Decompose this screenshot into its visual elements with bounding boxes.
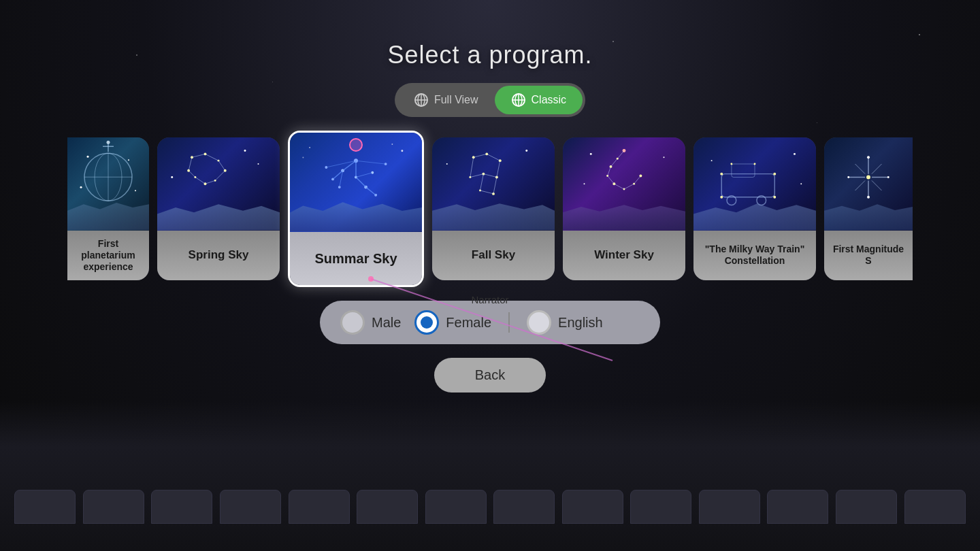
classic-view-button[interactable]: Classic [495, 86, 583, 114]
svg-line-28 [206, 154, 219, 161]
svg-point-79 [446, 163, 448, 165]
svg-point-36 [258, 163, 259, 165]
svg-line-52 [356, 173, 372, 178]
svg-line-117 [872, 180, 882, 190]
full-view-button[interactable]: Full View [397, 86, 495, 114]
narrator-male-label: Male [372, 315, 401, 331]
svg-point-106 [730, 163, 732, 165]
theater-seats-bg [0, 401, 980, 551]
card-spring-sky[interactable]: Spring Sky [157, 137, 280, 280]
svg-point-122 [867, 196, 870, 199]
svg-line-93 [624, 184, 634, 189]
view-toggle: Full View Classic [395, 83, 585, 117]
svg-line-70 [487, 154, 500, 161]
svg-line-34 [189, 157, 192, 171]
svg-point-59 [391, 144, 393, 145]
classic-globe-icon [511, 93, 526, 107]
svg-point-120 [867, 156, 870, 158]
classic-label: Classic [532, 94, 567, 106]
svg-line-27 [192, 154, 206, 157]
narrator-language-option[interactable]: English [527, 310, 603, 335]
svg-line-29 [218, 161, 225, 171]
svg-point-18 [135, 190, 136, 191]
svg-point-123 [847, 176, 849, 178]
narrator-panel: Narrator Male Female English [320, 301, 660, 344]
card-label-milky-way: "The Milky Way Train" Constellation [699, 244, 811, 267]
card-label-fall-sky: Fall Sky [472, 248, 515, 262]
program-cards-row: First planetarium experience [184, 131, 796, 287]
svg-point-95 [590, 153, 592, 155]
svg-line-56 [356, 161, 386, 164]
narrator-female-option[interactable]: Female [414, 310, 491, 335]
card-winter-sky[interactable]: Winter Sky [563, 137, 685, 280]
card-label-summer-sky: Summar Sky [314, 250, 397, 267]
svg-line-50 [366, 187, 376, 195]
card-label-first-planetarium: First planetarium experience [73, 238, 144, 272]
svg-line-75 [480, 190, 494, 194]
narrator-language-radio[interactable] [527, 310, 551, 335]
narrator-female-label: Female [446, 315, 491, 331]
seat-row [0, 490, 980, 524]
svg-line-30 [215, 171, 225, 181]
svg-line-92 [614, 184, 624, 189]
card-summer-sky[interactable]: Summar Sky [288, 131, 424, 287]
narrator-male-option[interactable]: Male [340, 310, 401, 335]
svg-line-88 [617, 151, 624, 159]
svg-line-76 [480, 174, 484, 190]
ui-container: Select a program. Full View [184, 41, 796, 393]
svg-line-69 [474, 154, 487, 157]
svg-point-60 [302, 156, 304, 158]
back-button[interactable]: Back [434, 358, 546, 393]
card-label-winter-sky: Winter Sky [594, 248, 654, 262]
svg-line-73 [470, 157, 474, 177]
card-milky-way[interactable]: "The Milky Way Train" Constellation [693, 137, 816, 280]
card-first-planetarium[interactable]: First planetarium experience [67, 137, 149, 280]
selected-indicator [349, 138, 363, 152]
svg-line-77 [493, 178, 497, 194]
svg-line-32 [195, 178, 206, 184]
narrator-female-radio[interactable] [414, 310, 439, 335]
svg-point-37 [171, 176, 173, 178]
svg-rect-99 [732, 164, 755, 178]
svg-line-72 [483, 174, 497, 178]
svg-point-17 [80, 186, 82, 188]
narrator-language-label: English [558, 315, 603, 331]
svg-point-102 [720, 173, 723, 176]
card-label-first-magnitude: First Magnitude S [830, 244, 907, 267]
svg-line-31 [206, 180, 216, 184]
card-label-spring-sky: Spring Sky [189, 248, 249, 262]
svg-point-14 [107, 141, 110, 144]
svg-line-71 [470, 174, 484, 178]
full-view-globe-icon [414, 93, 429, 107]
svg-point-35 [244, 150, 246, 152]
svg-line-49 [356, 178, 366, 188]
svg-line-89 [611, 158, 618, 167]
svg-point-105 [773, 196, 776, 199]
full-view-label: Full View [434, 94, 478, 106]
svg-line-118 [872, 164, 882, 174]
narrator-divider [508, 312, 510, 333]
svg-line-116 [855, 164, 866, 174]
svg-point-103 [773, 173, 776, 176]
svg-point-108 [794, 153, 796, 155]
svg-point-96 [664, 156, 665, 158]
narrator-section-label: Narrator [471, 294, 508, 305]
svg-line-33 [189, 171, 195, 178]
svg-point-111 [866, 176, 870, 180]
svg-line-94 [634, 176, 641, 184]
svg-line-91 [608, 176, 615, 184]
svg-line-119 [855, 180, 866, 190]
svg-point-58 [401, 150, 403, 152]
svg-point-78 [525, 150, 527, 152]
card-first-magnitude[interactable]: First Magnitude S [824, 137, 913, 280]
svg-point-97 [584, 183, 585, 184]
svg-point-57 [309, 147, 310, 148]
card-fall-sky[interactable]: Fall Sky [432, 137, 555, 280]
svg-point-109 [711, 160, 713, 161]
page-title: Select a program. [387, 41, 592, 69]
svg-point-107 [754, 163, 756, 165]
svg-line-74 [497, 161, 500, 177]
narrator-male-radio[interactable] [340, 310, 365, 335]
svg-point-110 [800, 183, 802, 184]
svg-point-15 [87, 156, 89, 158]
